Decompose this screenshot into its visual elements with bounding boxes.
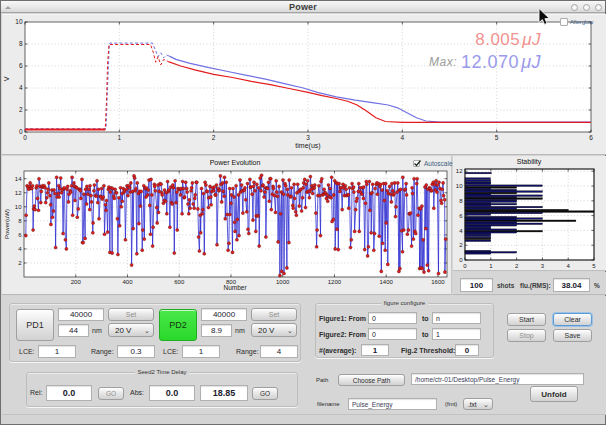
svg-text:8: 8 xyxy=(459,198,463,204)
svg-text:4: 4 xyxy=(18,246,22,252)
svg-text:10: 10 xyxy=(15,18,23,25)
pd1-nm-label: nm xyxy=(92,327,102,334)
svg-text:Power(uW): Power(uW) xyxy=(4,209,10,239)
svg-text:Power Evolution: Power Evolution xyxy=(210,159,261,166)
pd1-button[interactable]: PD1 xyxy=(16,309,54,341)
lce1-input[interactable]: 1 xyxy=(38,345,76,358)
pd2-wavelength-input[interactable]: 8.9 xyxy=(201,324,232,337)
svg-text:4: 4 xyxy=(459,228,463,234)
format-label: (fmt) xyxy=(445,401,457,407)
svg-text:6: 6 xyxy=(589,134,593,141)
power-evolution-plot[interactable]: 20040060080010001200140016002468101214Nu… xyxy=(1,156,453,295)
svg-text:1: 1 xyxy=(118,134,122,141)
svg-text:10: 10 xyxy=(456,183,463,189)
unfold-button[interactable]: Unfold xyxy=(530,386,578,402)
figure-panel-title: figure configure xyxy=(381,300,428,306)
svg-text:Number: Number xyxy=(223,284,247,291)
figure1-to-label: to xyxy=(422,315,429,322)
svg-text:1200: 1200 xyxy=(328,279,342,285)
path-input[interactable]: /home/ctr-01/Desktop/Pulse_Energy xyxy=(411,373,584,385)
range1-label: Range: xyxy=(91,348,114,355)
current-energy-readout: 8.005 μJ xyxy=(475,30,541,50)
svg-text:4: 4 xyxy=(19,84,23,91)
svg-text:8: 8 xyxy=(19,40,23,47)
format-value: .txt xyxy=(468,401,477,408)
svg-text:12: 12 xyxy=(15,190,22,196)
svg-text:Stability: Stability xyxy=(517,158,542,166)
rel-input[interactable]: 0.0 xyxy=(46,385,92,401)
filename-label: filename xyxy=(317,401,340,407)
range1-input[interactable]: 0.3 xyxy=(117,345,155,358)
range2-label: Range: xyxy=(236,348,259,355)
filename-input[interactable]: Pulse_Energy xyxy=(348,398,437,410)
svg-text:2: 2 xyxy=(459,242,463,248)
pd1-voltage-select[interactable]: 20 V ⌄ xyxy=(108,323,154,337)
chevron-down-icon: ⌄ xyxy=(483,402,488,407)
stability-plot[interactable]: 012345024681012Stability xyxy=(453,156,606,271)
svg-text:0: 0 xyxy=(463,263,467,269)
average-label: #(average): xyxy=(319,347,356,354)
abs-input[interactable]: 0.0 xyxy=(149,385,195,401)
svg-text:6: 6 xyxy=(18,232,22,238)
start-button[interactable]: Start xyxy=(507,313,546,326)
svg-text:10: 10 xyxy=(15,204,22,210)
autoscale-checkbox[interactable] xyxy=(413,160,420,167)
chevron-down-icon: ⌄ xyxy=(144,328,149,333)
rel-label: Rel: xyxy=(30,389,42,396)
clear-button[interactable]: Clear xyxy=(553,313,592,326)
pd2-voltage-select[interactable]: 20 V ⌄ xyxy=(251,323,297,337)
figure2-to-label: to xyxy=(422,331,429,338)
rms-label: flu.(RMS): xyxy=(520,282,551,289)
svg-text:V: V xyxy=(3,76,10,81)
abs-label: Abs: xyxy=(130,389,144,396)
afterglow-checkbox[interactable] xyxy=(560,18,568,26)
figure1-from-input[interactable]: 0 xyxy=(368,312,417,324)
pd2-button[interactable]: PD2 xyxy=(159,309,197,341)
save-button[interactable]: Save xyxy=(553,329,592,342)
svg-text:1600: 1600 xyxy=(431,279,445,285)
pd2-counts-input[interactable]: 40000 xyxy=(201,308,247,321)
stop-button[interactable]: Stop xyxy=(507,329,546,342)
current-energy-unit: μJ xyxy=(522,30,541,49)
svg-text:1400: 1400 xyxy=(380,279,394,285)
abs-go-button[interactable]: GO xyxy=(252,387,278,400)
svg-text:600: 600 xyxy=(174,279,185,285)
pd2-set-button[interactable]: Set xyxy=(251,308,297,321)
autoscale-label: Autoscale xyxy=(424,160,453,167)
shots-input[interactable]: 100 xyxy=(460,278,493,292)
svg-text:2: 2 xyxy=(515,263,519,269)
threshold-label: Fig.2 Threshold: xyxy=(401,347,455,354)
pd1-set-button[interactable]: Set xyxy=(108,308,154,321)
figure1-to-input[interactable]: n xyxy=(432,312,481,324)
svg-text:3: 3 xyxy=(541,263,545,269)
format-select[interactable]: .txt ⌄ xyxy=(463,398,493,410)
pd2-voltage-value: 20 V xyxy=(258,326,274,335)
threshold-input[interactable]: 0 xyxy=(455,344,479,356)
rms-input[interactable]: 38.04 xyxy=(553,278,590,292)
svg-text:2: 2 xyxy=(212,134,216,141)
abs-position-input[interactable]: 18.85 xyxy=(200,385,248,401)
lce1-label: LCE: xyxy=(19,348,35,355)
figure2-to-input[interactable]: 1 xyxy=(432,328,481,340)
afterglow-label: Afterglow xyxy=(570,19,593,25)
lce2-input[interactable]: 1 xyxy=(182,345,220,358)
svg-text:200: 200 xyxy=(71,279,82,285)
pd1-voltage-value: 20 V xyxy=(115,326,131,335)
path-label: Path xyxy=(316,377,328,383)
figure2-from-input[interactable]: 0 xyxy=(368,328,417,340)
pd1-counts-input[interactable]: 40000 xyxy=(58,308,104,321)
average-input[interactable]: 1 xyxy=(361,344,389,356)
chevron-down-icon: ⌄ xyxy=(287,328,292,333)
figure1-from-label: Figure1: From xyxy=(319,315,366,322)
svg-text:6: 6 xyxy=(19,62,23,69)
pd1-wavelength-input[interactable]: 44 xyxy=(58,324,89,337)
rel-go-button[interactable]: GO xyxy=(98,387,124,400)
check-icon xyxy=(413,159,422,168)
range2-input[interactable]: 4 xyxy=(260,345,298,358)
svg-text:0: 0 xyxy=(23,134,27,141)
svg-text:4: 4 xyxy=(567,263,571,269)
scope-plot[interactable]: 01234560246810time(us)V xyxy=(1,1,606,156)
max-label: Max: xyxy=(429,55,457,69)
max-energy-readout: Max:12.070 μJ xyxy=(429,52,541,73)
choose-path-button[interactable]: Choose Path xyxy=(338,374,405,386)
